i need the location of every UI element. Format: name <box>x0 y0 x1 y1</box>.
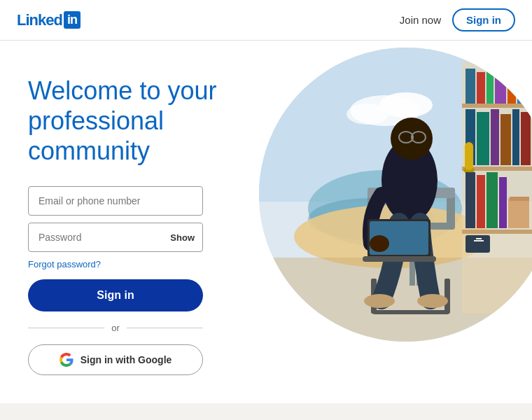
svg-point-66 <box>370 235 389 252</box>
hero-title: Welcome to your professional community <box>28 76 238 167</box>
svg-rect-17 <box>507 73 516 104</box>
svg-rect-27 <box>477 112 489 165</box>
svg-rect-39 <box>508 198 529 228</box>
svg-rect-52 <box>372 310 449 314</box>
svg-rect-51 <box>444 279 450 314</box>
svg-rect-19 <box>526 71 532 104</box>
password-form-group: Show <box>28 223 238 252</box>
sign-in-main-button[interactable]: Sign in <box>28 279 203 312</box>
google-icon <box>59 353 74 367</box>
svg-rect-29 <box>500 114 511 165</box>
svg-rect-28 <box>491 109 499 165</box>
svg-rect-65 <box>363 256 436 262</box>
svg-rect-10 <box>462 104 532 108</box>
svg-rect-18 <box>517 69 525 104</box>
svg-rect-36 <box>477 175 485 228</box>
header: Linkedin Join now Sign in <box>0 0 532 41</box>
svg-rect-16 <box>495 70 506 104</box>
main-section: Welcome to your professional community S… <box>0 41 532 403</box>
sign-in-header-button[interactable]: Sign in <box>452 8 515 31</box>
or-divider: or <box>28 323 203 333</box>
svg-marker-25 <box>521 55 526 60</box>
svg-rect-12 <box>462 230 532 234</box>
svg-point-4 <box>346 104 388 125</box>
bottom-section: Find the right job or internship for SUG… <box>0 403 532 420</box>
svg-point-61 <box>364 294 395 308</box>
logo-text: Linked <box>17 11 62 29</box>
svg-point-23 <box>510 57 526 71</box>
svg-marker-24 <box>510 55 515 60</box>
illustration-svg <box>259 48 532 342</box>
svg-rect-38 <box>499 177 507 228</box>
email-input[interactable] <box>28 186 203 216</box>
show-password-button[interactable]: Show <box>170 232 195 242</box>
forgot-password-link[interactable]: Forgot password? <box>28 259 203 270</box>
header-right: Join now Sign in <box>400 8 515 31</box>
right-panel <box>266 41 532 403</box>
svg-rect-31 <box>521 112 531 165</box>
svg-rect-15 <box>486 67 493 104</box>
svg-rect-44 <box>465 235 490 253</box>
svg-rect-35 <box>465 172 475 228</box>
svg-rect-46 <box>474 240 484 241</box>
svg-rect-30 <box>512 109 519 165</box>
logo-box: in <box>64 11 80 29</box>
logo[interactable]: Linkedin <box>17 11 80 29</box>
left-panel: Welcome to your professional community S… <box>0 41 266 403</box>
illustration-circle <box>259 48 532 342</box>
join-now-link[interactable]: Join now <box>400 14 441 26</box>
svg-rect-13 <box>465 69 475 104</box>
svg-rect-40 <box>510 197 529 201</box>
svg-rect-34 <box>465 142 473 170</box>
google-btn-label: Sign in with Google <box>80 354 172 365</box>
svg-rect-37 <box>486 172 498 228</box>
svg-rect-14 <box>477 72 485 104</box>
svg-rect-45 <box>476 238 482 239</box>
svg-point-62 <box>417 294 448 308</box>
google-sign-in-button[interactable]: Sign in with Google <box>28 344 203 375</box>
password-wrapper: Show <box>28 223 203 252</box>
email-form-group <box>28 186 238 216</box>
